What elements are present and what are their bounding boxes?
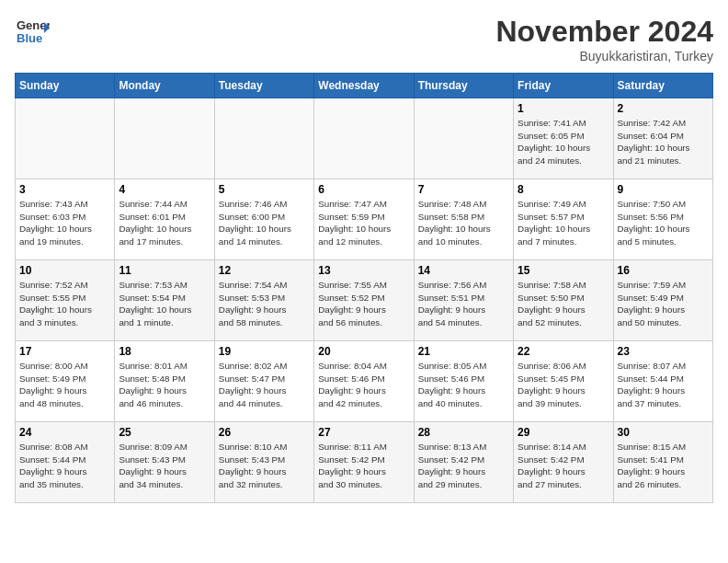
day-detail: Sunrise: 8:11 AMSunset: 5:42 PMDaylight:… [318, 441, 409, 491]
logo: General Blue [15, 15, 50, 53]
day-detail: Sunrise: 8:05 AMSunset: 5:46 PMDaylight:… [418, 360, 509, 410]
day-number: 11 [119, 264, 210, 277]
calendar-cell: 25Sunrise: 8:09 AMSunset: 5:43 PMDayligh… [115, 422, 214, 503]
weekday-header-sunday: Sunday [16, 74, 115, 98]
calendar-cell: 4Sunrise: 7:44 AMSunset: 6:01 PMDaylight… [115, 179, 214, 260]
day-detail: Sunrise: 8:09 AMSunset: 5:43 PMDaylight:… [119, 441, 210, 491]
calendar-cell: 21Sunrise: 8:05 AMSunset: 5:46 PMDayligh… [414, 341, 513, 422]
calendar-cell: 13Sunrise: 7:55 AMSunset: 5:52 PMDayligh… [314, 260, 414, 341]
calendar-cell [115, 98, 214, 179]
day-detail: Sunrise: 7:50 AMSunset: 5:56 PMDaylight:… [618, 198, 709, 248]
calendar-cell: 19Sunrise: 8:02 AMSunset: 5:47 PMDayligh… [214, 341, 313, 422]
calendar-cell: 11Sunrise: 7:53 AMSunset: 5:54 PMDayligh… [115, 260, 214, 341]
location: Buyukkaristiran, Turkey [495, 49, 713, 63]
day-number: 27 [318, 426, 409, 439]
calendar-cell: 30Sunrise: 8:15 AMSunset: 5:41 PMDayligh… [613, 422, 712, 503]
calendar-cell: 10Sunrise: 7:52 AMSunset: 5:55 PMDayligh… [16, 260, 115, 341]
day-number: 28 [418, 426, 509, 439]
calendar-cell: 1Sunrise: 7:41 AMSunset: 6:05 PMDaylight… [514, 98, 613, 179]
calendar-cell: 14Sunrise: 7:56 AMSunset: 5:51 PMDayligh… [414, 260, 513, 341]
weekday-header-wednesday: Wednesday [314, 74, 414, 98]
day-detail: Sunrise: 7:48 AMSunset: 5:58 PMDaylight:… [418, 198, 509, 248]
day-number: 21 [418, 345, 509, 358]
calendar-cell: 27Sunrise: 8:11 AMSunset: 5:42 PMDayligh… [314, 422, 414, 503]
day-number: 9 [618, 183, 709, 196]
calendar-cell: 6Sunrise: 7:47 AMSunset: 5:59 PMDaylight… [314, 179, 414, 260]
page-header: General Blue November 2024 Buyukkaristir… [15, 15, 713, 63]
day-detail: Sunrise: 7:52 AMSunset: 5:55 PMDaylight:… [19, 279, 110, 329]
day-number: 13 [318, 264, 409, 277]
weekday-header-friday: Friday [514, 74, 613, 98]
day-number: 17 [19, 345, 110, 358]
calendar-cell: 29Sunrise: 8:14 AMSunset: 5:42 PMDayligh… [514, 422, 613, 503]
day-number: 26 [219, 426, 310, 439]
day-detail: Sunrise: 8:13 AMSunset: 5:42 PMDaylight:… [418, 441, 509, 491]
day-number: 19 [219, 345, 310, 358]
title-block: November 2024 Buyukkaristiran, Turkey [495, 15, 713, 63]
day-detail: Sunrise: 7:56 AMSunset: 5:51 PMDaylight:… [418, 279, 509, 329]
day-number: 16 [618, 264, 709, 277]
day-detail: Sunrise: 7:58 AMSunset: 5:50 PMDaylight:… [518, 279, 609, 329]
calendar-table: SundayMondayTuesdayWednesdayThursdayFrid… [15, 73, 713, 503]
day-number: 3 [19, 183, 110, 196]
calendar-cell: 5Sunrise: 7:46 AMSunset: 6:00 PMDaylight… [214, 179, 313, 260]
day-detail: Sunrise: 8:02 AMSunset: 5:47 PMDaylight:… [219, 360, 310, 410]
day-detail: Sunrise: 8:10 AMSunset: 5:43 PMDaylight:… [219, 441, 310, 491]
calendar-cell: 8Sunrise: 7:49 AMSunset: 5:57 PMDaylight… [514, 179, 613, 260]
day-detail: Sunrise: 8:07 AMSunset: 5:44 PMDaylight:… [618, 360, 709, 410]
calendar-cell: 16Sunrise: 7:59 AMSunset: 5:49 PMDayligh… [613, 260, 712, 341]
calendar-cell: 22Sunrise: 8:06 AMSunset: 5:45 PMDayligh… [514, 341, 613, 422]
day-detail: Sunrise: 7:53 AMSunset: 5:54 PMDaylight:… [119, 279, 210, 329]
calendar-cell: 18Sunrise: 8:01 AMSunset: 5:48 PMDayligh… [115, 341, 214, 422]
weekday-header-thursday: Thursday [414, 74, 513, 98]
calendar-cell: 26Sunrise: 8:10 AMSunset: 5:43 PMDayligh… [214, 422, 313, 503]
day-number: 5 [219, 183, 310, 196]
calendar-cell: 9Sunrise: 7:50 AMSunset: 5:56 PMDaylight… [613, 179, 712, 260]
calendar-cell [214, 98, 313, 179]
day-detail: Sunrise: 7:41 AMSunset: 6:05 PMDaylight:… [518, 117, 609, 167]
calendar-cell [314, 98, 414, 179]
day-detail: Sunrise: 8:15 AMSunset: 5:41 PMDaylight:… [618, 441, 709, 491]
day-detail: Sunrise: 7:47 AMSunset: 5:59 PMDaylight:… [318, 198, 409, 248]
day-detail: Sunrise: 8:08 AMSunset: 5:44 PMDaylight:… [19, 441, 110, 491]
calendar-cell: 17Sunrise: 8:00 AMSunset: 5:49 PMDayligh… [16, 341, 115, 422]
calendar-cell [16, 98, 115, 179]
day-detail: Sunrise: 8:01 AMSunset: 5:48 PMDaylight:… [119, 360, 210, 410]
day-number: 6 [318, 183, 409, 196]
logo-icon: General Blue [15, 15, 50, 50]
day-number: 25 [119, 426, 210, 439]
calendar-cell: 7Sunrise: 7:48 AMSunset: 5:58 PMDaylight… [414, 179, 513, 260]
calendar-cell: 28Sunrise: 8:13 AMSunset: 5:42 PMDayligh… [414, 422, 513, 503]
day-number: 23 [618, 345, 709, 358]
calendar-header: SundayMondayTuesdayWednesdayThursdayFrid… [16, 74, 713, 98]
weekday-header-monday: Monday [115, 74, 214, 98]
day-number: 8 [518, 183, 609, 196]
calendar-cell: 2Sunrise: 7:42 AMSunset: 6:04 PMDaylight… [613, 98, 712, 179]
day-detail: Sunrise: 7:55 AMSunset: 5:52 PMDaylight:… [318, 279, 409, 329]
day-detail: Sunrise: 8:14 AMSunset: 5:42 PMDaylight:… [518, 441, 609, 491]
weekday-header-saturday: Saturday [613, 74, 712, 98]
day-number: 1 [518, 102, 609, 115]
day-detail: Sunrise: 7:59 AMSunset: 5:49 PMDaylight:… [618, 279, 709, 329]
day-number: 14 [418, 264, 509, 277]
calendar-cell [414, 98, 513, 179]
day-number: 7 [418, 183, 509, 196]
calendar-cell: 20Sunrise: 8:04 AMSunset: 5:46 PMDayligh… [314, 341, 414, 422]
day-number: 2 [618, 102, 709, 115]
month-title: November 2024 [495, 15, 713, 49]
day-detail: Sunrise: 8:00 AMSunset: 5:49 PMDaylight:… [19, 360, 110, 410]
day-number: 15 [518, 264, 609, 277]
day-detail: Sunrise: 8:04 AMSunset: 5:46 PMDaylight:… [318, 360, 409, 410]
day-number: 29 [518, 426, 609, 439]
day-number: 22 [518, 345, 609, 358]
day-number: 20 [318, 345, 409, 358]
day-detail: Sunrise: 7:49 AMSunset: 5:57 PMDaylight:… [518, 198, 609, 248]
day-number: 30 [618, 426, 709, 439]
calendar-cell: 3Sunrise: 7:43 AMSunset: 6:03 PMDaylight… [16, 179, 115, 260]
calendar-cell: 15Sunrise: 7:58 AMSunset: 5:50 PMDayligh… [514, 260, 613, 341]
day-number: 12 [219, 264, 310, 277]
day-number: 10 [19, 264, 110, 277]
calendar-cell: 24Sunrise: 8:08 AMSunset: 5:44 PMDayligh… [16, 422, 115, 503]
svg-text:Blue: Blue [17, 31, 42, 45]
day-detail: Sunrise: 7:54 AMSunset: 5:53 PMDaylight:… [219, 279, 310, 329]
